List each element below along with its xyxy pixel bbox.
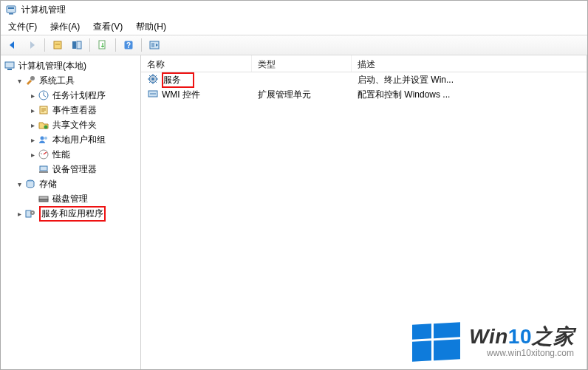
- svg-rect-20: [39, 171, 48, 173]
- svg-rect-3: [54, 41, 61, 49]
- expand-icon[interactable]: ▸: [27, 136, 38, 144]
- toolbar-separator: [115, 38, 116, 52]
- column-header-type[interactable]: 类型: [252, 55, 352, 72]
- tree-shared-folders[interactable]: ▸ 共享文件夹: [27, 117, 140, 132]
- expand-icon[interactable]: ▸: [27, 92, 38, 100]
- svg-rect-24: [26, 210, 31, 217]
- tree-label: 设备管理器: [52, 163, 97, 176]
- svg-rect-10: [5, 62, 14, 68]
- app-icon: [5, 4, 17, 16]
- expand-icon[interactable]: ▸: [27, 106, 38, 114]
- tree-root-computer-management[interactable]: 计算机管理(本地): [1, 58, 140, 73]
- toolbar-separator: [89, 38, 90, 52]
- forward-button[interactable]: [23, 37, 41, 53]
- tree-label: 计算机管理(本地): [18, 60, 86, 72]
- tree-label: 性能: [52, 148, 70, 161]
- disk-icon: [38, 193, 49, 205]
- up-button[interactable]: [49, 37, 66, 53]
- collapse-icon[interactable]: ▾: [14, 180, 24, 188]
- tree-local-users-groups[interactable]: ▸ 本地用户和组: [27, 132, 140, 147]
- tree-label: 事件查看器: [52, 104, 97, 117]
- show-hide-tree-button[interactable]: [68, 37, 86, 53]
- tree-label: 共享文件夹: [52, 119, 97, 131]
- watermark-brand: Win10之家: [469, 325, 574, 349]
- tree-system-tools[interactable]: ▾ 系统工具: [14, 73, 140, 88]
- tree-label: 系统工具: [39, 75, 75, 87]
- windows-logo-icon: [412, 322, 460, 361]
- performance-icon: [38, 148, 49, 160]
- main-area: 计算机管理(本地) ▾ 系统工具 ▸: [1, 55, 587, 369]
- toolbar-separator: [141, 38, 142, 52]
- list-cell-name-highlighted: 服务: [162, 72, 194, 88]
- column-header-desc[interactable]: 描述: [352, 55, 587, 72]
- gear-icon: [147, 73, 159, 87]
- window-title: 计算机管理: [21, 4, 66, 16]
- svg-point-26: [32, 212, 33, 213]
- users-icon: [38, 134, 49, 145]
- tree-task-scheduler[interactable]: ▸ 任务计划程序: [27, 88, 140, 103]
- list-cell-name: WMI 控件: [162, 89, 200, 101]
- svg-rect-4: [72, 41, 76, 49]
- column-header-name[interactable]: 名称: [141, 55, 252, 72]
- svg-rect-19: [40, 166, 47, 171]
- menu-file[interactable]: 文件(F): [4, 19, 44, 35]
- toolbar-separator: [44, 38, 45, 52]
- tree-services-and-applications[interactable]: ▸ 服务和应用程序: [14, 206, 140, 221]
- toolbar: ?: [1, 35, 587, 55]
- svg-rect-0: [7, 6, 16, 13]
- watermark-url: www.win10xitong.com: [469, 349, 574, 359]
- storage-icon: [24, 178, 36, 190]
- tree-label-highlighted: 服务和应用程序: [39, 206, 106, 222]
- collapse-icon[interactable]: ▾: [14, 77, 24, 85]
- menu-view[interactable]: 查看(V): [89, 19, 130, 35]
- list-row[interactable]: WMI 控件 扩展管理单元 配置和控制 Windows ...: [141, 87, 587, 102]
- list-cell-desc: 配置和控制 Windows ...: [352, 89, 587, 101]
- tree-label: 本地用户和组: [52, 134, 106, 146]
- expand-icon[interactable]: ▸: [14, 210, 24, 218]
- svg-point-17: [44, 137, 47, 140]
- svg-rect-11: [7, 69, 12, 70]
- tree-label: 磁盘管理: [52, 193, 88, 205]
- menu-help[interactable]: 帮助(H): [131, 19, 174, 35]
- tools-icon: [24, 75, 36, 86]
- clock-icon: [38, 89, 49, 101]
- svg-text:?: ?: [126, 41, 131, 49]
- list-cell-desc: 启动、终止并设置 Win...: [352, 74, 587, 86]
- tree-storage[interactable]: ▾ 存储: [14, 177, 140, 191]
- back-button[interactable]: [4, 37, 21, 53]
- list-pane[interactable]: 名称 类型 描述 服务 启动、终止并设置 Win... WMI 控件 扩展管理单…: [141, 55, 587, 369]
- menu-action[interactable]: 操作(A): [46, 19, 87, 35]
- watermark: Win10之家 www.win10xitong.com: [412, 323, 574, 360]
- help-button[interactable]: ?: [120, 37, 137, 53]
- svg-rect-1: [8, 7, 14, 9]
- list-row[interactable]: 服务 启动、终止并设置 Win...: [141, 72, 587, 87]
- device-icon: [38, 163, 49, 175]
- svg-rect-23: [39, 199, 48, 202]
- svg-point-28: [151, 78, 154, 80]
- tree-label: 任务计划程序: [52, 89, 106, 102]
- svg-rect-6: [99, 41, 105, 49]
- computer-icon: [4, 60, 16, 72]
- services-apps-icon: [24, 208, 36, 219]
- tree-pane[interactable]: 计算机管理(本地) ▾ 系统工具 ▸: [1, 55, 141, 369]
- svg-rect-22: [39, 196, 48, 199]
- tree-performance[interactable]: ▸ 性能: [27, 147, 140, 162]
- svg-rect-5: [77, 41, 81, 49]
- menubar: 文件(F) 操作(A) 查看(V) 帮助(H): [1, 18, 587, 35]
- tree-label: 存储: [39, 178, 57, 191]
- tree-event-viewer[interactable]: ▸ 事件查看器: [27, 103, 140, 117]
- titlebar: 计算机管理: [1, 1, 587, 18]
- svg-point-15: [44, 126, 48, 129]
- actions-button[interactable]: [146, 37, 163, 53]
- expand-icon[interactable]: ▸: [27, 121, 38, 129]
- tree-device-manager[interactable]: 设备管理器: [27, 162, 140, 177]
- tree-disk-management[interactable]: 磁盘管理: [27, 191, 140, 206]
- svg-point-12: [30, 76, 35, 80]
- folder-share-icon: [38, 119, 49, 131]
- event-icon: [38, 104, 49, 116]
- export-list-button[interactable]: [94, 37, 112, 53]
- expand-icon[interactable]: ▸: [27, 151, 38, 159]
- svg-point-16: [41, 137, 44, 140]
- svg-rect-2: [9, 13, 13, 15]
- wmi-icon: [147, 88, 159, 102]
